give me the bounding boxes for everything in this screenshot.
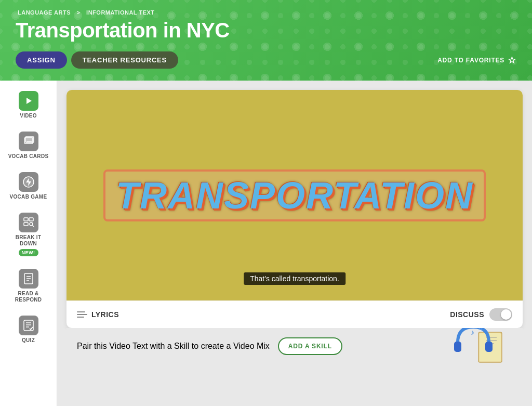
sidebar-item-vocab-game[interactable]: VOCAB GAME [0, 167, 57, 205]
svg-rect-14 [24, 320, 33, 331]
sidebar-item-vocab-cards[interactable]: VOCAB CARDS [0, 126, 57, 165]
quiz-icon-wrap [19, 316, 38, 335]
svg-rect-24 [485, 342, 493, 352]
transportation-logo-text: TRANSPORTATION [116, 175, 473, 216]
video-card: TRANSPORTATION That's called transportat… [66, 90, 523, 328]
video-thumbnail: TRANSPORTATION [103, 169, 486, 221]
discuss-toggle[interactable] [489, 308, 512, 321]
play-icon [22, 95, 35, 107]
sidebar: VIDEO VOCAB CARDS VOCAB GAME [0, 81, 57, 406]
main-layout: VIDEO VOCAB CARDS VOCAB GAME [0, 81, 532, 406]
page-title: Transportation in NYC [16, 19, 516, 42]
svg-line-10 [32, 226, 34, 227]
dj-illustration: ♪ ♫ [450, 328, 512, 363]
sidebar-video-label: VIDEO [20, 113, 37, 119]
video-subtitle: That's called transportation. [244, 272, 345, 285]
lyrics-line-3 [77, 317, 84, 318]
book-icon [22, 272, 35, 285]
svg-text:♪: ♪ [471, 328, 474, 336]
vocab-cards-icon-wrap [19, 132, 38, 151]
svg-rect-6 [24, 218, 28, 221]
sidebar-read-respond-label: READ &RESPOND [15, 291, 42, 303]
lyrics-button[interactable]: LYRICS [77, 310, 119, 319]
header: LANGUAGE ARTS > INFORMATIONAL TEXT Trans… [0, 0, 532, 81]
lyrics-line-1 [77, 311, 85, 312]
quiz-icon [22, 319, 35, 332]
add-skill-button[interactable]: ADD A SKILL [278, 337, 342, 355]
sidebar-break-it-down-label: BREAK ITDOWN [16, 234, 42, 247]
lyrics-label: LYRICS [91, 310, 119, 319]
lightning-icon [22, 176, 35, 188]
sidebar-quiz-label: QUIZ [22, 337, 35, 344]
breadcrumb: LANGUAGE ARTS > INFORMATIONAL TEXT [16, 9, 516, 16]
sidebar-item-quiz[interactable]: QUIZ [0, 310, 57, 349]
break-it-down-icon-wrap [19, 213, 38, 232]
svg-text:♫: ♫ [478, 328, 483, 331]
discuss-area: DISCUSS [450, 308, 512, 321]
teacher-resources-button[interactable]: TEACHER RESOURCES [71, 51, 178, 69]
video-icon-wrap [19, 91, 38, 111]
star-icon: ☆ [508, 55, 516, 66]
svg-rect-8 [24, 222, 28, 226]
cards-icon [22, 135, 35, 148]
video-mix-section: Pair this Video Text with a Skill to cre… [66, 328, 523, 363]
sidebar-vocab-cards-label: VOCAB CARDS [8, 153, 49, 160]
sidebar-item-video[interactable]: VIDEO [0, 86, 57, 124]
svg-rect-7 [29, 218, 33, 221]
content-area: TRANSPORTATION That's called transportat… [57, 81, 532, 406]
sidebar-item-read-respond[interactable]: READ &RESPOND [0, 264, 57, 308]
lyrics-line-2 [77, 314, 87, 315]
video-controls-bar: LYRICS DISCUSS [66, 300, 523, 328]
header-actions: ASSIGN TEACHER RESOURCES ADD TO FAVORITE… [16, 51, 516, 77]
add-to-favorites-button[interactable]: ADD TO FAVORITES ☆ [437, 55, 516, 66]
svg-marker-0 [26, 98, 32, 104]
lyrics-icon [77, 311, 87, 318]
new-badge: NEW! [19, 249, 38, 256]
discuss-label: DISCUSS [450, 310, 484, 319]
sidebar-vocab-game-label: VOCAB GAME [10, 194, 47, 200]
svg-rect-23 [454, 342, 461, 352]
video-mix-text: Pair this Video Text with a Skill to cre… [77, 342, 270, 351]
assign-button[interactable]: ASSIGN [16, 51, 67, 69]
sidebar-item-break-it-down[interactable]: BREAK ITDOWN NEW! [0, 207, 57, 261]
read-respond-icon-wrap [19, 269, 38, 289]
left-buttons: ASSIGN TEACHER RESOURCES [16, 51, 178, 69]
video-mix-left: Pair this Video Text with a Skill to cre… [77, 337, 342, 355]
vocab-game-icon-wrap [19, 172, 38, 192]
headphones-illustration: ♪ ♫ [450, 328, 512, 363]
svg-point-9 [30, 222, 33, 226]
magnify-grid-icon [22, 216, 35, 229]
video-frame: TRANSPORTATION That's called transportat… [66, 90, 523, 300]
